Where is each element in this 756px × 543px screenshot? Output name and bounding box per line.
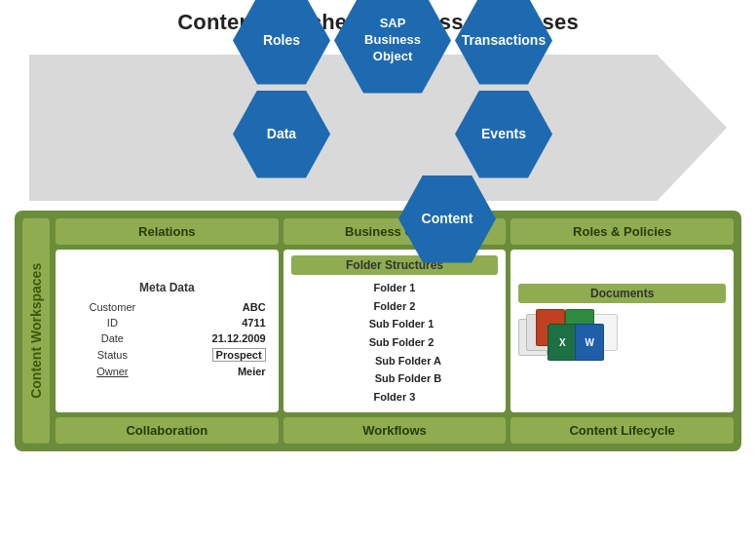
hex-data: Data (233, 91, 330, 178)
hex-transactions: Transactions (455, 0, 552, 85)
documents-header: Documents (518, 284, 726, 303)
hex-content: Content (398, 175, 496, 263)
workspace-label: Content Workspaces (22, 218, 50, 444)
hex-sap: SAPBusinessObject (334, 0, 451, 94)
meta-table: Customer ABC ID 4711 Date 21.12.2009 Sta… (63, 298, 271, 380)
folder-structures-cell: Folder Structures Folder 1 Folder 2 Sub … (284, 250, 507, 412)
hexagon-container: Roles SAPBusinessObject Transactions Dat… (233, 0, 552, 263)
hex-roles: Roles (233, 0, 330, 85)
hex-row-1: Roles SAPBusinessObject Transactions (233, 0, 552, 94)
meta-row: Owner Meier (65, 365, 269, 378)
hex-row-3: Content (293, 175, 496, 263)
meta-row: ID 4711 (65, 316, 269, 330)
folder-list: Folder 1 Folder 2 Sub Folder 1 Sub Folde… (291, 279, 499, 407)
content-lifecycle-header: Content Lifecycle (510, 417, 734, 444)
hex-events: Events (455, 91, 552, 178)
doc-excel2: X (548, 324, 577, 361)
meta-row: Status Prospect (65, 347, 269, 363)
meta-data-header: Meta Data (63, 281, 271, 294)
hex-row-2: Data Events (233, 82, 552, 187)
arrow-banner: Roles SAPBusinessObject Transactions Dat… (19, 45, 737, 206)
workflows-header: Workflows (284, 417, 507, 444)
top-section: Content-Enriched Business Processes Role… (0, 0, 756, 206)
meta-data-cell: Meta Data Customer ABC ID 4711 Date 21.1… (56, 250, 279, 412)
doc-word: W (575, 324, 604, 361)
documents-cell: Documents P X X W (510, 250, 734, 412)
meta-row: Customer ABC (65, 300, 269, 314)
meta-row: Date 21.12.2009 (65, 331, 269, 345)
collaboration-header: Collaboration (56, 417, 279, 444)
document-stack: P X X W (518, 309, 726, 377)
